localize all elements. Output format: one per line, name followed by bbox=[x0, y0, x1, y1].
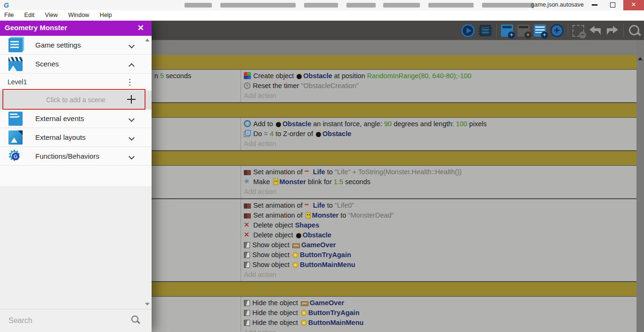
event-row[interactable]: Add to Obstacle an instant force, angle:… bbox=[152, 118, 636, 150]
add-sub-event-icon[interactable] bbox=[517, 24, 530, 37]
restore-button[interactable] bbox=[604, 0, 620, 10]
add-action-button[interactable]: Add action bbox=[244, 270, 636, 280]
actions-cell[interactable]: Create object Obstacle at position Rando… bbox=[241, 70, 636, 102]
object-link[interactable]: ButtonMainMenu bbox=[300, 261, 355, 268]
object-link[interactable]: Obstacle bbox=[303, 72, 332, 80]
kebab-menu-icon[interactable]: ⋮ bbox=[126, 77, 134, 87]
visibility-icon bbox=[244, 310, 250, 316]
sidebar-item-external-events[interactable]: External events bbox=[0, 109, 152, 128]
object-link[interactable]: Obstacle bbox=[322, 130, 351, 138]
scroll-up-icon[interactable] bbox=[638, 57, 643, 60]
menu-file[interactable]: File bbox=[0, 10, 18, 18]
event-group-header[interactable] bbox=[152, 282, 636, 296]
add-action-button[interactable]: Add action bbox=[244, 328, 636, 332]
condition-line[interactable]: n 5 seconds bbox=[154, 71, 241, 81]
menu-edit[interactable]: Edit bbox=[20, 10, 39, 18]
add-action-button[interactable]: Add action bbox=[244, 91, 636, 101]
object-link[interactable]: Shapes bbox=[295, 221, 320, 229]
event-row[interactable]: Hide the object GameOverHide the object … bbox=[152, 297, 636, 332]
events-scrollbar[interactable] bbox=[636, 40, 644, 332]
z-order-icon bbox=[244, 130, 251, 137]
action-line[interactable]: Delete object Obstacle bbox=[244, 230, 636, 240]
object-link[interactable]: Life bbox=[313, 168, 325, 176]
event-text: "Life0" bbox=[335, 202, 354, 209]
add-action-button[interactable]: Add action bbox=[244, 187, 636, 197]
minimize-button[interactable] bbox=[587, 0, 603, 10]
scroll-down-icon[interactable] bbox=[145, 303, 150, 306]
debug-icon[interactable] bbox=[480, 25, 491, 36]
menu-help[interactable]: Help bbox=[96, 10, 116, 18]
conditions-cell[interactable] bbox=[152, 166, 241, 198]
sidebar-item-functions-behaviors[interactable]: Functions/Behaviors bbox=[0, 147, 152, 166]
object-link[interactable]: Obstacle bbox=[282, 120, 311, 128]
scroll-up-icon[interactable] bbox=[145, 39, 150, 41]
action-line[interactable]: Set animation of Life to "Life0" bbox=[244, 201, 636, 211]
object-link[interactable]: ButtonMainMenu bbox=[308, 319, 364, 326]
action-line[interactable]: Hide the object ButtonTryAgain bbox=[244, 308, 636, 318]
monster-object-icon bbox=[306, 212, 311, 219]
undo-icon[interactable] bbox=[588, 24, 602, 37]
object-link[interactable]: ButtonTryAgain bbox=[308, 309, 360, 316]
action-line[interactable]: Set animation of Life to "Life" + ToStri… bbox=[244, 167, 636, 177]
event-group-header[interactable] bbox=[152, 103, 636, 117]
close-drawer-icon[interactable]: ✕ bbox=[137, 23, 144, 33]
object-link[interactable]: GameOver bbox=[310, 299, 344, 307]
action-line[interactable]: Do = 4 to Z-order of Obstacle bbox=[244, 129, 636, 139]
object-link[interactable]: Monster bbox=[280, 178, 306, 186]
action-line[interactable]: Show object ButtonTryAgain bbox=[244, 250, 636, 260]
search-icon[interactable] bbox=[131, 315, 140, 324]
event-group-header[interactable] bbox=[152, 55, 636, 69]
object-link[interactable]: GameOver bbox=[301, 241, 336, 249]
actions-cell[interactable]: Set animation of Life to "Life" + ToStri… bbox=[241, 166, 636, 198]
conditions-cell[interactable] bbox=[152, 118, 241, 150]
sidebar-item-game-settings[interactable]: Game settings bbox=[0, 36, 152, 55]
scene-item-level1[interactable]: Level1 ⋮ bbox=[0, 73, 152, 91]
sidebar-item-scenes[interactable]: Scenes bbox=[0, 55, 152, 73]
object-link[interactable]: Life bbox=[313, 202, 325, 209]
menu-window[interactable]: Window bbox=[64, 10, 93, 18]
action-line[interactable]: Make Monster blink for 1.5 seconds bbox=[244, 177, 636, 187]
event-group-header[interactable] bbox=[152, 151, 636, 165]
sidebar-item-external-layouts[interactable]: External layouts bbox=[0, 128, 152, 147]
add-comment-icon[interactable] bbox=[534, 24, 546, 37]
action-line[interactable]: Hide the object GameOver bbox=[244, 298, 636, 308]
timer-icon bbox=[244, 82, 250, 89]
event-text: Reset the timer bbox=[253, 82, 301, 89]
action-line[interactable]: Create object Obstacle at position Rando… bbox=[244, 71, 636, 81]
project-manager-drawer: Geometry Monster ✕ Game settings Scenes … bbox=[0, 21, 152, 332]
title-bar: G game.json.autosave ✕ bbox=[0, 0, 644, 10]
event-row[interactable]: Set animation of Life to "Life0"Set anim… bbox=[152, 199, 636, 281]
action-line[interactable]: Reset the timer "ObstacleCreation" bbox=[244, 81, 636, 91]
search-input[interactable] bbox=[8, 315, 121, 326]
conditions-cell[interactable] bbox=[152, 199, 241, 281]
add-scene-button[interactable]: Click to add a scene bbox=[0, 91, 152, 109]
action-line[interactable]: Show object ButtonMainMenu bbox=[244, 260, 636, 270]
add-event-icon[interactable] bbox=[501, 24, 513, 37]
play-icon[interactable] bbox=[461, 24, 475, 37]
object-link[interactable]: Obstacle bbox=[303, 231, 331, 239]
delete-event-icon[interactable] bbox=[572, 25, 584, 37]
close-window-button[interactable]: ✕ bbox=[623, 0, 644, 10]
action-line[interactable]: Show object GameOver bbox=[244, 240, 636, 250]
event-text: Set animation of bbox=[253, 211, 305, 219]
action-line[interactable]: Delete object Shapes bbox=[244, 220, 636, 230]
drawer-scrollbar[interactable] bbox=[144, 37, 151, 308]
event-row[interactable]: Set animation of Life to "Life" + ToStri… bbox=[152, 166, 636, 198]
conditions-cell[interactable]: n 5 seconds bbox=[152, 70, 241, 102]
search-events-icon[interactable] bbox=[628, 24, 641, 37]
functions-behaviors-icon bbox=[8, 149, 23, 163]
object-link[interactable]: ButtonTryAgain bbox=[300, 251, 351, 259]
actions-cell[interactable]: Set animation of Life to "Life0"Set anim… bbox=[241, 199, 636, 281]
menu-view[interactable]: View bbox=[41, 10, 62, 18]
add-action-button[interactable]: Add action bbox=[244, 139, 636, 149]
conditions-cell[interactable] bbox=[152, 297, 241, 332]
action-line[interactable]: Set animation of Monster to "MonsterDead… bbox=[244, 211, 636, 220]
action-line[interactable]: Add to Obstacle an instant force, angle:… bbox=[244, 119, 636, 129]
object-link[interactable]: Monster bbox=[312, 211, 338, 219]
event-row[interactable]: n 5 secondsCreate object Obstacle at pos… bbox=[152, 70, 636, 102]
add-new-event-icon[interactable] bbox=[550, 24, 564, 37]
actions-cell[interactable]: Add to Obstacle an instant force, angle:… bbox=[241, 118, 636, 150]
actions-cell[interactable]: Hide the object GameOverHide the object … bbox=[241, 297, 636, 332]
redo-icon[interactable] bbox=[606, 24, 619, 37]
action-line[interactable]: Hide the object ButtonMainMenu bbox=[244, 318, 636, 328]
